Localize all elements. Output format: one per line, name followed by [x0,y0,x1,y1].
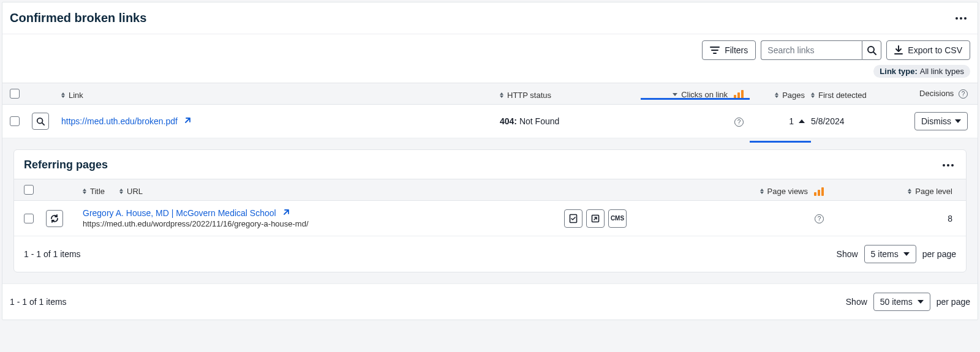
help-icon[interactable]: ? [815,214,824,223]
column-link[interactable]: Link [61,91,83,100]
chevron-up-icon [799,119,805,123]
document-check-icon [568,214,578,223]
column-pages[interactable]: Pages [750,91,805,100]
expanded-indicator [750,141,811,143]
refresh-icon [50,214,59,223]
per-page-label: per page [937,297,970,307]
column-decisions: Decisions [919,89,954,98]
chevron-down-icon [918,300,924,304]
column-url[interactable]: URL [119,187,143,196]
open-external-icon [590,214,600,223]
main-count-label: 1 - 1 of 1 items [10,297,67,307]
page-size-value: 5 items [871,249,899,259]
dismiss-label: Dismiss [921,116,951,126]
open-page-button[interactable] [586,209,605,228]
panel-more-button[interactable] [940,162,956,169]
analytics-icon [814,187,824,196]
chevron-down-icon [955,119,961,123]
filter-icon [710,46,720,54]
cms-button[interactable]: CMS [608,209,627,228]
referring-page-url: https://med.uth.edu/wordpress/2022/11/16… [83,219,564,228]
pages-count: 1 [789,116,794,126]
help-icon[interactable]: ? [959,89,968,99]
chip-label: Link type: [880,67,917,76]
sort-icon [760,189,764,194]
cms-label: CMS [611,215,624,222]
filters-button[interactable]: Filters [702,40,756,60]
sort-icon [811,92,815,98]
row-checkbox[interactable] [24,214,34,223]
row-checkbox[interactable] [10,116,20,126]
export-label: Export to CSV [908,45,962,55]
more-menu-button[interactable] [953,15,969,22]
external-link-icon [184,117,191,124]
search-button[interactable] [862,40,881,60]
toolbar: Filters Export to CSV [2,34,978,61]
main-pagination: 1 - 1 of 1 items Show 50 items per page [2,283,978,320]
main-table-header: Link HTTP status Clicks on link Pages [2,83,978,105]
page-level-value: 8 [948,214,952,223]
show-label: Show [837,249,858,259]
filters-label: Filters [725,45,748,55]
referring-page-title[interactable]: Gregory A. House, MD | McGovern Medical … [83,208,276,218]
help-icon[interactable]: ? [734,118,744,127]
sort-icon [500,92,503,98]
inspect-button[interactable] [32,113,49,130]
referring-pages-title: Referring pages [24,159,108,171]
page-size-value: 50 items [880,297,913,307]
show-label: Show [846,297,867,307]
sort-desc-icon [673,93,677,96]
select-all-checkbox[interactable] [10,89,20,99]
column-page-views[interactable]: Page views [644,187,824,196]
search-group [761,40,881,60]
pages-expand[interactable]: 1 [750,116,811,126]
link-type-chip[interactable]: Link type: All link types [873,65,970,78]
sub-count-label: 1 - 1 of 1 items [24,249,81,259]
sort-icon [119,189,123,194]
chip-value: All link types [920,67,964,76]
table-row: https://med.uth.edu/broken.pdf 404: Not … [2,105,978,138]
referring-pages-panel: Referring pages Title URL [2,138,978,283]
column-page-level[interactable]: Page level [827,187,952,196]
first-detected: 5/8/2024 [811,116,845,126]
search-icon [36,117,45,125]
sub-select-all-checkbox[interactable] [24,185,34,195]
filter-chip-row: Link type: All link types [2,61,978,83]
sort-icon [775,92,778,98]
search-input[interactable] [761,40,862,60]
export-button[interactable]: Export to CSV [886,40,970,60]
page-header: Confirmed broken links [2,2,978,34]
page-size-select[interactable]: 5 items [864,245,916,263]
http-code: 404: [500,116,517,126]
sort-icon [83,189,86,194]
column-first-detected[interactable]: First detected [811,91,867,100]
sub-pagination: 1 - 1 of 1 items Show 5 items per page [14,236,966,272]
refresh-button[interactable] [46,210,63,227]
external-link-icon [282,209,290,216]
download-icon [894,45,903,55]
page-size-select[interactable]: 50 items [873,293,930,311]
chevron-down-icon [903,252,910,256]
page-title: Confirmed broken links [10,11,146,25]
column-title[interactable]: Title [83,187,105,196]
search-icon [867,45,876,55]
per-page-label: per page [922,249,956,259]
sort-icon [908,189,911,194]
broken-link-url[interactable]: https://med.uth.edu/broken.pdf [61,116,178,126]
http-text: Not Found [517,116,559,126]
page-report-button[interactable] [564,209,582,228]
sub-table-header: Title URL Page views [14,179,966,201]
column-http-status[interactable]: HTTP status [500,91,551,100]
sort-icon [61,92,65,98]
active-sort-indicator [641,98,750,100]
dismiss-button[interactable]: Dismiss [914,112,968,130]
table-row: Gregory A. House, MD | McGovern Medical … [14,201,966,236]
